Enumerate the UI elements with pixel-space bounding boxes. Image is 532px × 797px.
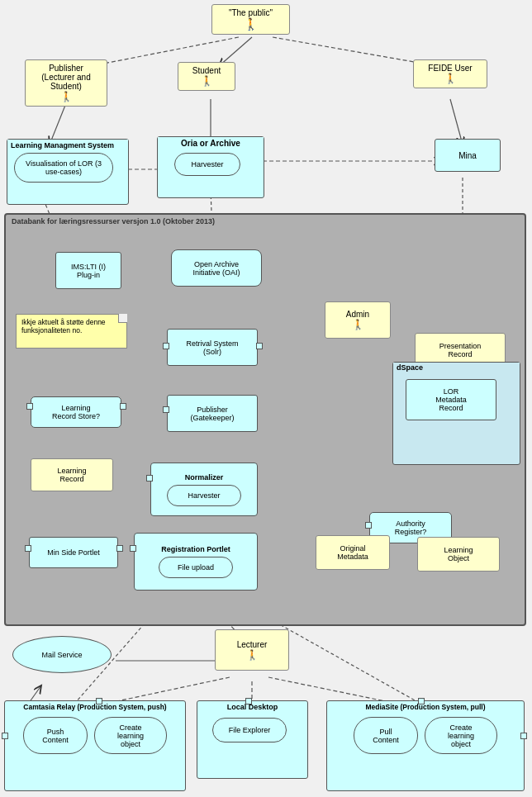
databank-boundary: Databank for læringsressurser versjon 1.…	[4, 213, 526, 626]
actor-feide-figure: 🚶	[419, 73, 482, 84]
lecturer-box: Lecturer 🚶	[215, 629, 289, 671]
original-metadata-label: Original Metadata	[337, 544, 368, 561]
actor-publisher-figure: 🚶	[31, 91, 102, 102]
pull-content-box: Pull Content	[354, 717, 418, 754]
local-desktop-label: Local Desktop	[197, 701, 307, 713]
svg-line-6	[450, 99, 463, 145]
create-lo-camtasia-label: Create learning object	[117, 723, 144, 748]
publisher-gatekeeper-box: Publisher (Gatekeeper)	[167, 395, 258, 432]
create-lo-camtasia-box: Create learning object	[94, 717, 167, 754]
actor-feide-label: FEIDE User	[419, 64, 482, 73]
create-lo-mediasite-label: Create learning object	[448, 723, 474, 748]
original-metadata-box: Original Metadata	[316, 535, 390, 570]
learning-record-box: Learning Record	[31, 458, 113, 491]
ims-lti-box: IMS:LTI (I) Plug-in	[55, 252, 121, 289]
ims-lti-label: IMS:LTI (I) Plug-in	[71, 263, 106, 279]
actor-student: Student 🚶	[178, 62, 235, 91]
oria-box: Oria or Archive Harvester	[157, 136, 264, 198]
actor-feide: FEIDE User 🚶	[413, 59, 487, 88]
admin-box: Admin 🚶	[325, 301, 391, 339]
diagram-container: "The public" 🚶 Publisher (Lecturer and S…	[0, 0, 532, 797]
note-label: Ikkje aktuelt å støtte denne funksjonali…	[21, 318, 106, 334]
lor-metadata-label: LOR Metadata Record	[435, 387, 467, 412]
actor-public-label: "The public"	[219, 8, 283, 17]
file-explorer-box: File Explorer	[212, 718, 287, 742]
lms-label: Learning Managment System	[7, 140, 128, 151]
mina-box: Mina	[435, 139, 501, 172]
min-side-label: Min Side Portlet	[47, 548, 100, 557]
actor-student-label: Student	[183, 66, 230, 75]
mediasite-box: MediaSite (Production System, pull) Pull…	[326, 700, 525, 791]
harvester-norm: Harvester	[167, 485, 241, 506]
pull-content-label: Pull Content	[373, 728, 399, 744]
databank-label: Databank for læringsressurser versjon 1.…	[9, 216, 217, 226]
harvester-oria: Harvester	[174, 153, 240, 176]
oria-label: Oria or Archive	[158, 137, 264, 149]
camtasia-box: Camtasia Relay (Production System, push)…	[4, 700, 186, 791]
lecturer-label: Lecturer	[237, 640, 268, 649]
file-upload-label: File upload	[178, 563, 214, 572]
actor-public: "The public" 🚶	[211, 4, 290, 35]
lms-box: Learning Managment System Visualisation …	[7, 139, 129, 205]
dspace-boundary: dSpace LOR Metadata Record	[392, 362, 520, 465]
presentation-record-label: Presentation Record	[439, 342, 482, 358]
registration-label: Registration Portlet	[161, 545, 230, 553]
lms-inner: Visualisation of LOR (3 use-cases)	[14, 153, 113, 183]
mina-label: Mina	[458, 151, 477, 160]
dspace-label: dSpace	[393, 363, 520, 372]
push-content-box: Push Content	[23, 717, 88, 754]
admin-label: Admin	[346, 310, 369, 319]
file-explorer-label: File Explorer	[229, 726, 271, 734]
create-lo-mediasite-box: Create learning object	[425, 717, 497, 754]
local-desktop-box: Local Desktop File Explorer	[197, 700, 308, 779]
retrival-box: Retrival System (Solr)	[167, 329, 258, 366]
lrs-label: Learning Record Store?	[52, 404, 100, 420]
normalizer-box: Normalizer Harvester	[150, 463, 258, 516]
camtasia-label: Camtasia Relay (Production System, push)	[5, 701, 185, 713]
lrs-box: Learning Record Store?	[31, 396, 121, 428]
actor-publisher: Publisher (Lecturer and Student) 🚶	[25, 59, 107, 107]
actor-public-figure: 🚶	[219, 17, 283, 31]
min-side-box: Min Side Portlet	[29, 537, 118, 568]
actor-publisher-label: Publisher (Lecturer and Student)	[31, 64, 102, 91]
learning-record-label: Learning Record	[57, 467, 86, 483]
open-archive-box: Open Archive Initiative (OAI)	[171, 249, 262, 287]
registration-box: Registration Portlet File upload	[134, 533, 258, 591]
learning-object-box: Learning Object	[417, 537, 500, 572]
open-archive-label: Open Archive Initiative (OAI)	[192, 260, 240, 277]
actor-student-figure: 🚶	[183, 75, 230, 87]
learning-object-label: Learning Object	[444, 546, 473, 562]
harvester-norm-label: Harvester	[188, 491, 220, 500]
harvester-oria-label: Harvester	[191, 160, 223, 168]
file-upload: File upload	[159, 557, 233, 578]
authority-register-label: Authority Register?	[395, 519, 427, 536]
retrival-label: Retrival System (Solr)	[186, 339, 238, 356]
mediasite-label: MediaSite (Production System, pull)	[327, 701, 524, 713]
push-content-label: Push Content	[42, 728, 69, 744]
mail-service-label: Mail Service	[41, 651, 82, 659]
mail-service-box: Mail Service	[12, 636, 112, 673]
normalizer-label: Normalizer	[185, 473, 224, 482]
lms-inner-label: Visualisation of LOR (3 use-cases)	[20, 159, 107, 176]
lor-metadata-box: LOR Metadata Record	[406, 379, 496, 420]
publisher-gatekeeper-label: Publisher (Gatekeeper)	[190, 406, 234, 422]
note-box: Ikkje aktuelt å støtte denne funksjonali…	[16, 314, 127, 349]
